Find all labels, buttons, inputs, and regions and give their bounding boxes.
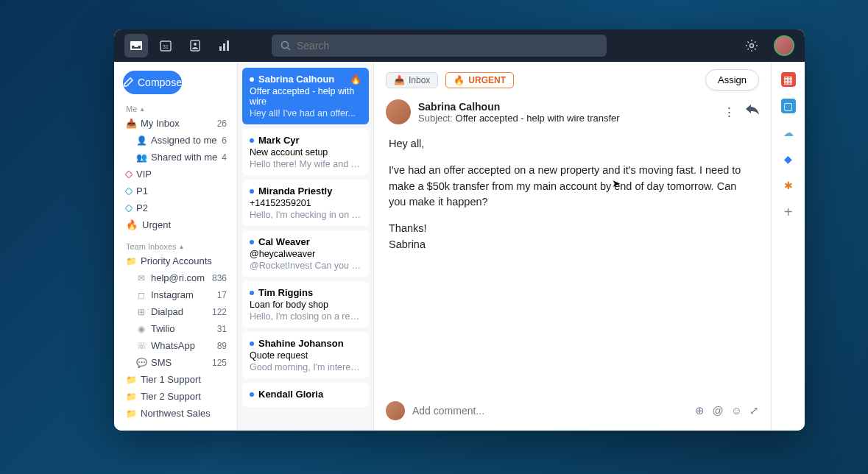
- fire-icon: 🔥: [350, 74, 361, 85]
- tag-icon: [124, 187, 133, 195]
- svg-point-3: [194, 43, 197, 46]
- thread-subject: Loan for body shop: [250, 300, 361, 310]
- person-icon: 👤: [136, 135, 147, 146]
- comment-bar: ⊕ @ ☺ ⤢: [374, 394, 771, 431]
- sidebar-channel-sms[interactable]: 💬SMS125: [120, 354, 237, 371]
- thread-sender: Sabrina Calhoun: [258, 74, 334, 85]
- thread-preview: Good morning, I'm interested: [250, 362, 361, 372]
- fire-icon: 🔥: [454, 75, 465, 85]
- comment-avatar: [386, 401, 405, 420]
- thread-item[interactable]: Miranda Priestly+14152359201Hello, I'm c…: [242, 180, 369, 226]
- thread-item[interactable]: Cal Weaver@heycalweaver@RocketInvest Can…: [242, 230, 369, 277]
- thread-preview: Hello, I'm closing on a rental...: [250, 311, 361, 322]
- sidebar-tag-vip[interactable]: VIP: [120, 166, 237, 183]
- search-input[interactable]: [297, 40, 598, 52]
- thread-item[interactable]: Shahine JohansonQuote requestGood mornin…: [242, 332, 369, 378]
- sidebar-channel-twilio[interactable]: ◉Twilio31: [120, 320, 237, 337]
- unread-dot: [250, 138, 254, 143]
- thread-item[interactable]: Mark CyrNew account setupHello there! My…: [242, 129, 369, 175]
- nav-inbox-icon[interactable]: [124, 34, 148, 57]
- thread-sender: Kendall Gloria: [258, 389, 323, 400]
- sidebar-tag-p2[interactable]: P2: [120, 199, 237, 216]
- inbox-pill[interactable]: 📥Inbox: [386, 72, 438, 88]
- unread-dot: [250, 291, 254, 295]
- sidebar-channel-instagram[interactable]: ◻Instagram17: [120, 286, 237, 303]
- folder-icon: 📁: [126, 408, 136, 419]
- nav-analytics-icon[interactable]: [213, 34, 236, 57]
- emoji-icon[interactable]: ☺: [731, 404, 742, 417]
- rail-cloud-icon[interactable]: ☁: [781, 125, 796, 140]
- sidebar-channel-whatsapp[interactable]: ☏WhatsApp89: [120, 337, 237, 354]
- compose-button[interactable]: Compose: [123, 71, 182, 94]
- profile-avatar[interactable]: [774, 35, 794, 56]
- sidebar-assigned[interactable]: 👤Assigned to me6: [120, 132, 237, 149]
- sidebar-channel-email[interactable]: ✉help@ri.com836: [120, 269, 237, 286]
- tag-icon: [124, 170, 133, 178]
- thread-subject: +14152359201: [250, 198, 361, 208]
- unread-dot: [250, 189, 254, 194]
- thread-item[interactable]: Sabrina Calhoun🔥Offer accepted - help wi…: [242, 68, 369, 124]
- rail-calendar-icon[interactable]: ▦: [781, 72, 796, 87]
- add-icon[interactable]: ⊕: [695, 404, 705, 417]
- section-me[interactable]: Me ▲: [120, 102, 237, 115]
- mail-icon: ✉: [136, 273, 147, 283]
- twilio-icon: ◉: [136, 324, 147, 334]
- svg-line-8: [288, 48, 290, 50]
- expand-icon[interactable]: ⤢: [749, 404, 759, 417]
- section-team[interactable]: Team Inboxes ▲: [120, 239, 237, 252]
- search-box[interactable]: [272, 35, 607, 57]
- mail-body: Hey all, I've had an offer accepted on a…: [374, 130, 771, 269]
- rail-add-icon[interactable]: +: [781, 205, 796, 219]
- thread-preview: Hey all! I've had an offer...: [250, 108, 361, 118]
- whatsapp-icon: ☏: [136, 341, 147, 351]
- people-icon: 👥: [136, 152, 147, 163]
- folder-icon: 📁: [126, 256, 136, 266]
- rail-hub-icon[interactable]: ✱: [781, 178, 796, 193]
- sender-avatar: [386, 99, 411, 124]
- sidebar: Compose Me ▲ 📥My Inbox26 👤Assigned to me…: [114, 62, 238, 431]
- sms-icon: 💬: [136, 358, 147, 368]
- thread-item[interactable]: Kendall Gloria: [242, 383, 369, 407]
- thread-subject: Quote request: [250, 350, 361, 361]
- mention-icon[interactable]: @: [712, 404, 723, 417]
- search-icon: [280, 40, 291, 51]
- thread-preview: Hello there! My wife and I are...: [250, 159, 361, 169]
- nav-calendar-icon[interactable]: 31: [154, 34, 177, 57]
- mail-pane: 📥Inbox 🔥URGENT Assign Sabrina Calhoun Su…: [374, 62, 771, 431]
- dialpad-icon: ⊞: [136, 307, 147, 317]
- thread-subject: New account setup: [250, 147, 361, 158]
- sidebar-shared[interactable]: 👥Shared with me4: [120, 149, 237, 166]
- svg-text:31: 31: [163, 44, 169, 49]
- thread-subject: @heycalweaver: [250, 249, 361, 259]
- sidebar-my-inbox[interactable]: 📥My Inbox26: [120, 115, 237, 132]
- rail-contact-icon[interactable]: ▢: [781, 99, 796, 113]
- inbox-icon: 📥: [394, 75, 405, 85]
- sidebar-priority-accounts[interactable]: 📁Priority Accounts: [120, 252, 237, 269]
- inbox-icon: 📥: [126, 118, 136, 129]
- sidebar-tier2[interactable]: 📁Tier 2 Support: [120, 388, 237, 405]
- svg-point-9: [750, 44, 754, 48]
- assign-button[interactable]: Assign: [705, 69, 759, 91]
- sidebar-tier1[interactable]: 📁Tier 1 Support: [120, 371, 237, 388]
- sidebar-channel-dialpad[interactable]: ⊞Dialpad122: [120, 303, 237, 320]
- nav-contacts-icon[interactable]: [183, 34, 207, 57]
- urgent-pill[interactable]: 🔥URGENT: [445, 72, 514, 88]
- rail-diamond-icon[interactable]: ◆: [781, 152, 796, 166]
- app-rail: ▦ ▢ ☁ ◆ ✱ +: [771, 62, 805, 431]
- more-icon[interactable]: ⋮: [723, 105, 735, 120]
- thread-sender: Cal Weaver: [258, 236, 310, 247]
- comment-input[interactable]: [412, 405, 688, 417]
- thread-sender: Mark Cyr: [258, 135, 300, 146]
- svg-rect-5: [223, 43, 225, 51]
- thread-item[interactable]: Tim RigginsLoan for body shopHello, I'm …: [242, 281, 369, 328]
- thread-subject: Offer accepted - help with wire: [250, 86, 361, 107]
- compose-label: Compose: [138, 77, 182, 88]
- reply-icon[interactable]: [746, 105, 759, 120]
- sidebar-northwest[interactable]: 📁Northwest Sales: [120, 405, 237, 422]
- sidebar-tag-p1[interactable]: P1: [120, 183, 237, 199]
- compose-icon: [123, 77, 133, 88]
- folder-icon: 📁: [126, 392, 136, 402]
- sidebar-urgent[interactable]: 🔥Urgent: [120, 216, 237, 233]
- settings-icon[interactable]: [740, 34, 763, 57]
- sender-name: Sabrina Calhoun: [418, 101, 620, 113]
